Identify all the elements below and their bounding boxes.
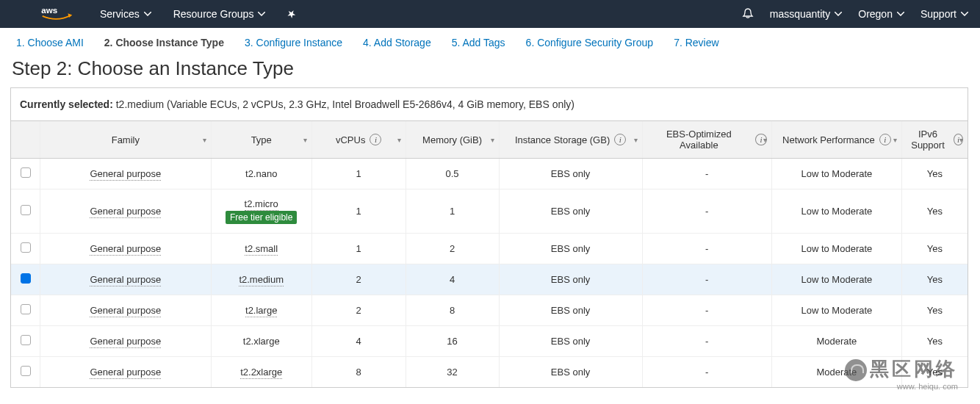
- header-storage[interactable]: Instance Storage (GB) i ▾: [499, 121, 642, 159]
- chevron-down-icon: [144, 12, 151, 16]
- nav-notifications[interactable]: [742, 8, 754, 20]
- cell-ebs: -: [642, 357, 771, 388]
- table-row[interactable]: General purpose t2.small 1 2 EBS only - …: [11, 234, 968, 264]
- nav-account[interactable]: massquantity: [770, 8, 842, 20]
- bell-icon: [742, 8, 754, 20]
- sort-icon: ▾: [763, 136, 767, 144]
- cell-type: t2.xlarge: [211, 326, 311, 357]
- sort-icon: ▾: [397, 136, 401, 144]
- nav-support[interactable]: Support: [920, 8, 968, 20]
- cell-ipv6: Yes: [901, 264, 968, 295]
- row-checkbox[interactable]: [21, 366, 31, 376]
- pin-icon: ★: [285, 7, 299, 21]
- instance-table-body: General purpose t2.nano 1 0.5 EBS only -…: [11, 159, 968, 388]
- table-row[interactable]: General purpose t2.2xlarge 8 32 EBS only…: [11, 357, 968, 388]
- sort-icon: ▾: [203, 136, 206, 144]
- cell-family: General purpose: [90, 305, 161, 317]
- cell-storage: EBS only: [499, 159, 642, 190]
- row-checkbox[interactable]: [21, 242, 31, 253]
- cell-vcpus: 2: [311, 264, 406, 295]
- cell-vcpus: 1: [311, 159, 406, 190]
- nav-resource-groups-label: Resource Groups: [173, 8, 254, 20]
- tab-review[interactable]: 7. Review: [674, 37, 718, 48]
- cell-family: General purpose: [90, 243, 161, 256]
- cell-family: General purpose: [90, 274, 161, 286]
- cell-ebs: -: [642, 326, 771, 357]
- cell-vcpus: 1: [311, 234, 406, 264]
- nav-resource-groups[interactable]: Resource Groups: [173, 8, 266, 20]
- nav-region-label: Oregon: [858, 8, 893, 20]
- cell-network: Low to Moderate: [771, 159, 901, 190]
- header-ipv6[interactable]: IPv6 Support i ▾: [901, 121, 968, 159]
- header-select: [11, 121, 40, 159]
- svg-text:aws: aws: [41, 6, 57, 15]
- table-row[interactable]: General purpose t2.xlarge 4 16 EBS only …: [11, 326, 968, 357]
- row-checkbox[interactable]: [21, 205, 31, 215]
- nav-services-label: Services: [100, 8, 140, 20]
- cell-network: Low to Moderate: [771, 295, 901, 326]
- header-ebs[interactable]: EBS-Optimized Available i ▾: [642, 121, 771, 159]
- cell-vcpus: 8: [311, 357, 406, 388]
- header-network[interactable]: Network Performance i ▾: [771, 121, 901, 159]
- table-row[interactable]: General purpose t2.medium 2 4 EBS only -…: [11, 264, 968, 295]
- row-checkbox[interactable]: [21, 304, 31, 314]
- top-nav: aws Services Resource Groups ★ massquant…: [0, 0, 980, 28]
- cell-storage: EBS only: [499, 295, 642, 326]
- cell-family: General purpose: [90, 367, 161, 379]
- tab-add-storage[interactable]: 4. Add Storage: [363, 37, 431, 48]
- table-row[interactable]: General purpose t2.nano 1 0.5 EBS only -…: [11, 159, 968, 190]
- row-checkbox[interactable]: [21, 273, 31, 284]
- cell-type: t2.small: [211, 234, 311, 264]
- cell-vcpus: 1: [311, 190, 406, 234]
- cell-type: t2.medium: [211, 264, 311, 295]
- cell-ipv6: Yes: [901, 326, 968, 357]
- table-row[interactable]: General purpose t2.microFree tier eligib…: [11, 190, 968, 234]
- cell-ipv6: Yes: [901, 295, 968, 326]
- header-family[interactable]: Family ▾: [40, 121, 211, 159]
- currently-selected-label: Currently selected:: [20, 98, 113, 110]
- content-panel: Currently selected: t2.medium (Variable …: [10, 87, 968, 388]
- header-vcpus[interactable]: vCPUs i ▾: [311, 121, 406, 159]
- cell-memory: 32: [406, 357, 499, 388]
- tab-choose-instance-type[interactable]: 2. Choose Instance Type: [104, 37, 224, 48]
- header-type[interactable]: Type ▾: [211, 121, 311, 159]
- tab-add-tags[interactable]: 5. Add Tags: [452, 37, 505, 48]
- cell-family: General purpose: [90, 336, 161, 348]
- row-checkbox[interactable]: [21, 167, 31, 178]
- cell-ebs: -: [642, 264, 771, 295]
- aws-logo[interactable]: aws: [41, 4, 73, 24]
- cell-network: Low to Moderate: [771, 264, 901, 295]
- nav-pin[interactable]: ★: [287, 8, 297, 20]
- cell-network: Low to Moderate: [771, 190, 901, 234]
- cell-memory: 8: [406, 295, 499, 326]
- cell-ipv6: Yes: [901, 234, 968, 264]
- tab-configure-instance[interactable]: 3. Configure Instance: [245, 37, 342, 48]
- cell-type: t2.large: [211, 295, 311, 326]
- nav-services[interactable]: Services: [100, 8, 151, 20]
- cell-ebs: -: [642, 234, 771, 264]
- cell-type: t2.microFree tier eligible: [211, 190, 311, 234]
- table-row[interactable]: General purpose t2.large 2 8 EBS only - …: [11, 295, 968, 326]
- sort-icon: ▾: [303, 136, 307, 144]
- cell-ebs: -: [642, 295, 771, 326]
- cell-family: General purpose: [90, 168, 161, 181]
- header-memory[interactable]: Memory (GiB) ▾: [406, 121, 499, 159]
- tab-choose-ami[interactable]: 1. Choose AMI: [16, 37, 84, 48]
- instance-type-table: Family ▾ Type ▾ vCPUs i ▾ Memory (GiB) ▾…: [11, 120, 968, 387]
- wizard-tabs: 1. Choose AMI 2. Choose Instance Type 3.…: [0, 28, 980, 54]
- tab-configure-security-group[interactable]: 6. Configure Security Group: [526, 37, 654, 48]
- cell-network: Moderate: [771, 357, 901, 388]
- free-tier-badge: Free tier eligible: [226, 211, 297, 224]
- nav-region[interactable]: Oregon: [858, 8, 904, 20]
- cell-vcpus: 2: [311, 295, 406, 326]
- cell-storage: EBS only: [499, 357, 642, 388]
- cell-ipv6: Yes: [901, 357, 968, 388]
- info-icon[interactable]: i: [879, 134, 891, 145]
- currently-selected-value: t2.medium (Variable ECUs, 2 vCPUs, 2.3 G…: [116, 98, 574, 110]
- info-icon[interactable]: i: [614, 134, 626, 145]
- info-icon[interactable]: i: [370, 134, 381, 145]
- currently-selected-bar: Currently selected: t2.medium (Variable …: [11, 88, 968, 120]
- cell-storage: EBS only: [499, 234, 642, 264]
- chevron-down-icon: [258, 12, 265, 16]
- row-checkbox[interactable]: [21, 335, 31, 345]
